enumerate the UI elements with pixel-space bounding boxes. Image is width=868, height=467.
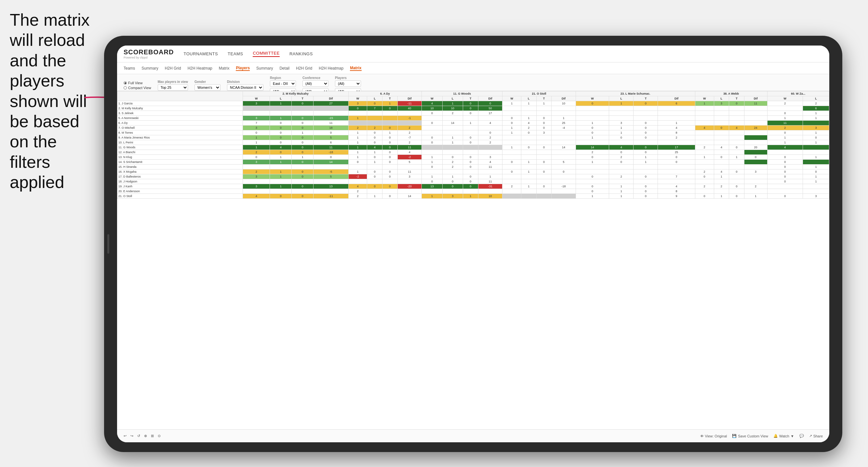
sub-nav-h2h-grid2[interactable]: H2H Grid <box>296 66 312 70</box>
watch-icon: 🔔 <box>773 434 778 438</box>
conference-select[interactable]: (All) <box>303 80 329 87</box>
sub-nav-summary2[interactable]: Summary <box>256 66 273 70</box>
nav-tournaments[interactable]: TOURNAMENTS <box>183 51 218 56</box>
conference-label: Conference <box>303 76 329 80</box>
table-row: 14. S Srichantamit 3 1 0 14 0 1 0 5 1 2 … <box>117 160 829 164</box>
compact-view-radio-circle <box>124 86 127 89</box>
col-woods-t: T <box>463 96 478 101</box>
share-label: Share <box>813 434 823 438</box>
sub-nav-h2h-heatmap2[interactable]: H2H Heatmap <box>319 66 343 70</box>
logo-area: SCOREBOARD Powered by clippd <box>124 49 174 59</box>
save-custom-button[interactable]: 💾 Save Custom View <box>732 434 768 438</box>
player-name: 21. O Stoll <box>117 194 243 199</box>
compact-view-label: Compact View <box>128 86 151 90</box>
watch-button[interactable]: 🔔 Watch ▼ <box>773 434 794 438</box>
settings-button[interactable]: ⊙ <box>158 434 161 438</box>
full-view-radio[interactable]: Full View <box>124 81 151 85</box>
col-header-dy: 6. A Dy <box>348 91 422 96</box>
sub-nav-detail[interactable]: Detail <box>279 66 289 70</box>
table-row: 13. N Klug 0 1 1 0 1 0 0 -2 1 0 0 3 <box>117 155 829 160</box>
table-row: 15. H Stranda 0 2 0 11 <box>117 164 829 169</box>
player-name: 20. E Andersson <box>117 189 243 194</box>
filters-bar: Full View Compact View Max players in vi… <box>117 74 829 91</box>
table-row: 20. E Andersson 2 <box>117 189 829 194</box>
col-dy-dif: Dif <box>397 96 422 101</box>
matrix-table: 2. M Kelly Mulcahy 6. A Dy 11. G Woods 2… <box>117 91 829 199</box>
table-row: 19. J Kanh 3 1 0 13 4 0 0 -20 13 0 0 -31… <box>117 184 829 189</box>
table-row: 6. A Dy 7 0 0 11 0 14 1 4 0 <box>117 121 829 126</box>
max-players-filter: Max players in view Top 25 <box>158 80 188 91</box>
view-icon: 👁 <box>700 434 704 438</box>
view-radio-group: Full View Compact View <box>124 81 151 90</box>
table-row: 3. S Jelinek 0 2 0 17 <box>117 111 829 116</box>
table-row: 11. G Woods 1 4 0 11 1 4 0 11 1 <box>117 145 829 150</box>
sub-nav-summary[interactable]: Summary <box>142 66 158 70</box>
sub-nav-h2h-grid[interactable]: H2H Grid <box>165 66 181 70</box>
comment-button[interactable]: 💬 <box>799 434 804 438</box>
col-dy-t: T <box>382 96 397 101</box>
fit-button[interactable]: ⊞ <box>151 434 154 438</box>
refresh-button[interactable]: ↺ <box>137 434 140 438</box>
region-select[interactable]: East - DII <box>270 80 296 87</box>
player-name: 19. J Kanh <box>117 184 243 189</box>
tablet-frame: SCOREBOARD Powered by clippd TOURNAMENTS… <box>104 36 842 452</box>
col-header-woods: 11. G Woods <box>422 91 502 96</box>
col-dy-l: L <box>367 96 382 101</box>
tablet-side-button <box>107 234 109 254</box>
nav-teams[interactable]: TEAMS <box>228 51 243 56</box>
watch-chevron-icon: ▼ <box>790 434 794 438</box>
player-name: 14. S Srichantamit <box>117 160 243 164</box>
sub-nav-teams[interactable]: Teams <box>124 66 135 70</box>
sub-nav: Teams Summary H2H Grid H2H Heatmap Matri… <box>117 62 829 74</box>
view-original-label: View: Original <box>705 434 727 438</box>
annotation-text: The matrix will reload and the players s… <box>10 10 101 192</box>
tablet-screen: SCOREBOARD Powered by clippd TOURNAMENTS… <box>117 45 829 442</box>
nav-rankings[interactable]: RANKINGS <box>289 51 313 56</box>
col-webb-l: L <box>714 96 729 101</box>
col-header-stoll: 21. O Stoll <box>502 91 576 96</box>
table-row: 2. M Kelly Mulcahy 0 7 0 40 10 10 0 50 <box>117 106 829 111</box>
col-stoll-l: L <box>521 96 537 101</box>
table-row: 21. O Stoll 4 0 0 -11 2 1 0 14 1 3 1 10 <box>117 194 829 199</box>
bottom-toolbar: ↩ ↪ ↺ ⊕ ⊞ ⊙ 👁 View: Original 💾 Save Cust… <box>117 429 829 442</box>
compact-view-radio[interactable]: Compact View <box>124 86 151 90</box>
save-icon: 💾 <box>732 434 737 438</box>
share-button[interactable]: ↗ Share <box>809 434 823 438</box>
max-players-select[interactable]: Top 25 <box>158 84 188 91</box>
players-select[interactable]: (All) <box>335 80 361 87</box>
col-header-webb: 38. A Webb <box>695 91 767 96</box>
col-woods-dif: Dif <box>478 96 502 101</box>
redo-button[interactable]: ↪ <box>130 434 133 438</box>
table-row: 16. X Mcgaha 2 1 0 -5 1 0 0 11 0 <box>117 169 829 174</box>
col-header-mulcahy: 2. M Kelly Mulcahy <box>243 91 349 96</box>
col-mulcahy-t: T <box>292 96 313 101</box>
player-name: 10. L Perini <box>117 140 243 145</box>
full-view-label: Full View <box>128 81 143 85</box>
table-row: 10. L Perini 1 0 0 6 1 0 0 2 0 1 0 2 <box>117 140 829 145</box>
division-select[interactable]: NCAA Division II <box>227 84 264 91</box>
zoom-button[interactable]: ⊕ <box>144 434 147 438</box>
table-row: 12. A Bianchi 2 0 0 -18 1 1 0 4 <box>117 150 829 155</box>
player-name: 16. X Mcgaha <box>117 169 243 174</box>
gender-select[interactable]: Women's <box>194 84 220 91</box>
sub-nav-matrix[interactable]: Matrix <box>219 66 229 70</box>
gender-filter: Gender Women's <box>194 80 220 91</box>
sub-nav-h2h-heatmap[interactable]: H2H Heatmap <box>188 66 212 70</box>
sub-nav-players[interactable]: Players <box>236 66 250 71</box>
region-label: Region <box>270 76 296 80</box>
sub-nav-matrix2[interactable]: Matrix <box>350 66 361 71</box>
table-row: 9. A Maria Jimenez Rios 1 0 0 5 1 0 0 -7… <box>117 135 829 140</box>
undo-button[interactable]: ↩ <box>124 434 126 438</box>
max-players-label: Max players in view <box>158 80 188 84</box>
col-schumac-dif: Dif <box>658 96 695 101</box>
col-webb-w: W <box>695 96 714 101</box>
player-name: 3. S Jelinek <box>117 111 243 116</box>
player-name: 12. A Bianchi <box>117 150 243 155</box>
nav-committee[interactable]: COMMITTEE <box>253 51 280 57</box>
table-row: 8. M Torres 0 0 1 0 1 0 1 2 0 1 <box>117 130 829 135</box>
division-label: Division <box>227 80 264 84</box>
view-original-button[interactable]: 👁 View: Original <box>700 434 727 438</box>
col-za-w: W <box>767 96 803 101</box>
col-schumac-l: L <box>609 96 633 101</box>
col-woods-w: W <box>422 96 442 101</box>
